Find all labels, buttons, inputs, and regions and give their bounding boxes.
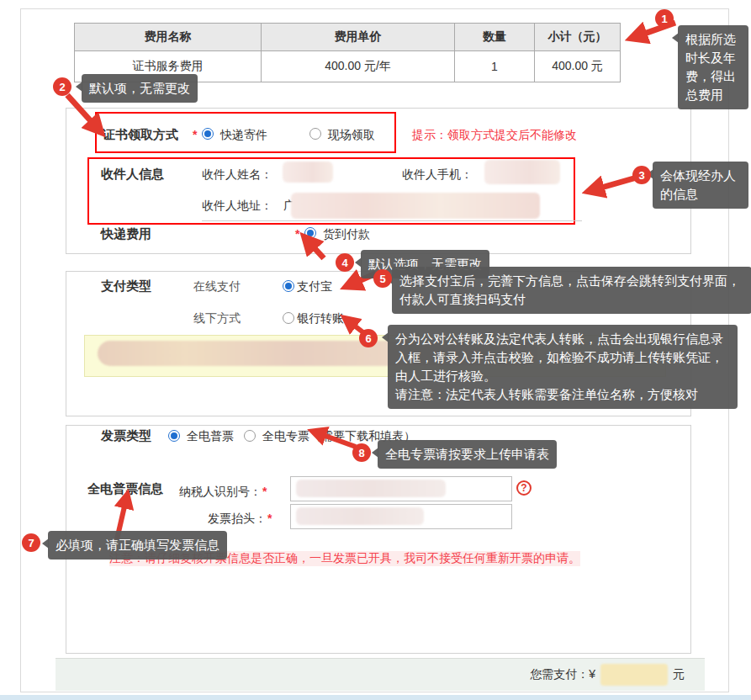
radio-onsite-pickup[interactable]	[309, 128, 321, 140]
recipient-address-label: 收件人地址：	[202, 199, 272, 214]
receive-method-tip: 提示：领取方式提交后不能修改	[412, 128, 577, 143]
annotation-circle-5: 5	[373, 269, 392, 288]
fee-name-header: 费用名称	[75, 24, 262, 51]
annotation-circle-3: 3	[632, 166, 651, 184]
recipient-name-label: 收件人姓名：	[202, 167, 272, 183]
online-pay-label: 在线支付	[193, 279, 241, 294]
invoice-type-label: 发票类型	[101, 428, 151, 444]
radio-special-invoice[interactable]	[244, 430, 256, 442]
express-fee-label: 快递费用	[101, 226, 151, 242]
annotation-circle-4: 4	[336, 253, 354, 272]
fee-qty-header: 数量	[455, 24, 535, 51]
radio-dot	[171, 432, 177, 439]
annotation-tooltip-2: 默认项，无需更改	[82, 74, 198, 103]
invoice-info-label: 全电普票信息	[87, 481, 163, 497]
bottom-strip	[0, 695, 751, 700]
receive-method-label: 证书领取方式	[103, 127, 178, 143]
invoice-title-required-mark: *	[267, 512, 272, 525]
fee-unit-price-cell: 400.00 元/年	[262, 51, 455, 82]
pay-amount-label: 您需支付：¥	[530, 667, 595, 682]
radio-dot	[285, 283, 292, 289]
annotation-circle-8: 8	[352, 443, 371, 462]
express-fee-required-mark: *	[295, 227, 299, 241]
annotation-tooltip-8: 全电专票请按要求上传申请表	[378, 440, 557, 469]
annotation-tooltip-6: 分为公对公转账及法定代表人转账，点击会出现银行信息录入框，请录入并点击校验，如检…	[388, 325, 738, 409]
radio-general-invoice-label[interactable]: 全电普票	[187, 429, 234, 444]
annotation-circle-1: 1	[655, 9, 674, 28]
redacted-pay-amount	[600, 664, 668, 686]
annotation-circle-2: 2	[53, 77, 71, 96]
tax-id-label: 纳税人识别号：	[179, 485, 262, 500]
annotation-tooltip-3: 会体现经办人的信息	[653, 162, 748, 209]
radio-onsite-pickup-label[interactable]: 现场领取	[328, 128, 375, 143]
pay-unit-label: 元	[673, 667, 685, 682]
radio-dot	[204, 130, 211, 137]
pay-type-label: 支付类型	[101, 278, 151, 294]
offline-pay-label: 线下方式	[193, 311, 241, 326]
radio-bank-transfer-label[interactable]: 银行转账	[297, 311, 344, 326]
fee-subtotal-cell: 400.00 元	[535, 51, 621, 82]
help-icon[interactable]: ?	[516, 480, 532, 496]
radio-cash-on-delivery-label[interactable]: 货到付款	[323, 227, 370, 242]
redacted-recipient-name	[283, 162, 333, 183]
fee-qty-cell: 1	[455, 51, 535, 82]
fee-table-header-row: 费用名称 费用单价 数量 小计（元）	[75, 24, 621, 51]
annotation-tooltip-1: 根据所选时长及年费，得出总费用	[678, 25, 748, 109]
annotation-tooltip-5: 选择支付宝后，完善下方信息，点击保存会跳转到支付界面，付款人可直接扫码支付	[392, 267, 751, 314]
radio-bank-transfer[interactable]	[283, 312, 294, 324]
radio-express-delivery-label[interactable]: 快递寄件	[220, 128, 267, 143]
redacted-recipient-address	[291, 193, 540, 219]
receive-method-required-mark: *	[193, 128, 197, 141]
annotation-tooltip-7: 必填项，请正确填写发票信息	[48, 531, 227, 559]
radio-dot	[307, 230, 314, 236]
invoice-title-label: 发票抬头：	[208, 512, 267, 527]
radio-cash-on-delivery[interactable]	[304, 227, 316, 239]
annotation-circle-6: 6	[359, 329, 378, 347]
recipient-phone-label: 收件人手机：	[402, 167, 473, 183]
redacted-recipient-phone	[484, 160, 560, 184]
payment-form-page: 费用名称 费用单价 数量 小计（元） 证书服务费用 400.00 元/年 1 4…	[0, 0, 751, 700]
radio-alipay[interactable]	[283, 280, 294, 292]
annotation-circle-7: 7	[22, 533, 40, 552]
radio-express-delivery[interactable]	[202, 128, 214, 140]
address-input-underline	[202, 220, 582, 221]
footer-bar: 您需支付：¥ 元	[56, 658, 705, 691]
radio-general-invoice[interactable]	[168, 430, 180, 442]
recipient-info-label: 收件人信息	[101, 167, 164, 183]
tax-id-required-mark: *	[262, 485, 267, 498]
redacted-invoice-title	[296, 507, 424, 525]
fee-subtotal-header: 小计（元）	[535, 24, 621, 51]
radio-alipay-label[interactable]: 支付宝	[297, 279, 332, 294]
redacted-tax-id	[296, 480, 446, 497]
fee-unit-price-header: 费用单价	[262, 24, 455, 51]
